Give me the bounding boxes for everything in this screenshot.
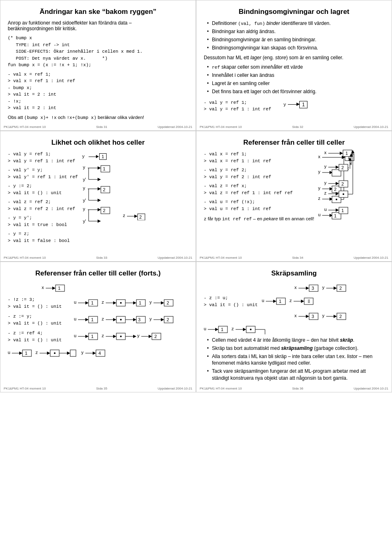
diagram-arrow [288,104,299,105]
slide-1-title: Ändringar kan ske “bakom ryggen” [8,8,188,16]
diag3-4: y 2 y' z 2 [82,205,145,227]
slide-6-diag2-svg: x 3 y 2 [294,310,384,321]
svg-marker-78 [336,182,339,185]
slide-5: Referenser från celler till celler (fort… [0,262,196,392]
svg-marker-8 [98,178,101,181]
slide-5-block2: - z := y; > val it = () : unit u 1 z [8,313,188,327]
slide-3-code: - val y = ref 1; > val y = ref 1 : int r… [8,151,78,244]
svg-text:y: y [324,164,327,169]
svg-text:1: 1 [103,166,105,171]
slide-6-after-svg: u 1 z [204,323,310,334]
svg-text:z: z [232,326,234,331]
svg-text:z: z [324,190,327,195]
svg-marker-206 [215,328,218,331]
slide-6-top-diag: x 3 y 2 [204,282,384,293]
svg-point-163 [54,352,56,354]
svg-text:2: 2 [339,286,342,291]
slide-3-footer-right: Uppdaterad 2004-10-21 [158,256,192,260]
slide-2-diagram: y 1 [283,101,307,108]
svg-text:y: y [322,285,325,290]
svg-marker-65 [340,152,343,155]
bullet-2-1: ref skapar celler som innehåller ett vär… [207,64,384,71]
svg-marker-148 [133,335,136,338]
slide-1-code2: - val x = ref 1; > val x = ref 1 : int r… [8,71,188,112]
svg-marker-151 [149,335,152,338]
svg-text:z: z [102,300,104,305]
slide-2-footer-center: Sida 32 [292,125,303,129]
svg-text:u: u [74,316,76,321]
svg-marker-120 [85,318,89,321]
diagram-y-label: y [283,102,286,107]
slide-6-footer: PK1&PM1 HT-04 moment 10 Sida 36 Uppdater… [196,387,392,390]
slide-1-footer-right: Uppdaterad 2004-10-21 [158,125,192,129]
slide-2-para: Dessutom har ML ett lager (eng. store) s… [204,54,384,61]
slide-2-bottom: - val y = ref 1; > val y = ref 1 : int r… [204,99,384,113]
svg-marker-2 [98,166,101,170]
svg-point-108 [120,302,122,304]
bullet-1-1: Definitioner (val, fun) binder identifie… [207,20,384,27]
slide-1-footer: PK1&PM1 HT-04 moment 10 Sida 31 Uppdater… [0,125,196,129]
svg-text:z: z [290,298,292,303]
slide-5-init-diag: x 1 [8,282,188,294]
svg-marker-161 [47,352,50,355]
slide-5-init-svg: x 1 [41,282,155,294]
diag3-3: y 2 y' [82,184,119,206]
slide-2-bullets1: Definitioner (val, fun) binder identifie… [207,20,384,52]
svg-marker-11 [98,187,101,190]
diag3-3-svg: y 2 y' [82,184,119,206]
svg-marker-91 [336,208,339,212]
svg-text:y: y [81,350,84,355]
slide-5-diag2: u 1 z 3 y [74,313,180,325]
slide-6-footer-right: Uppdaterad 2004-10-21 [354,387,388,390]
svg-text:u: u [204,326,206,331]
svg-text:u: u [324,207,327,212]
svg-text:1: 1 [345,151,348,156]
slide-3-footer-left: PK1&PM1 HT-04 moment 10 [4,256,46,260]
svg-text:y: y [83,165,85,170]
bullet6-2: Skräp tas bort automatiskt med skräpsaml… [207,345,384,352]
svg-point-146 [120,336,122,337]
svg-marker-144 [113,335,116,338]
svg-text:2: 2 [341,165,344,170]
svg-rect-166 [70,350,76,356]
bullet-2-3: Lagret är en samling celler [207,80,384,87]
svg-marker-134 [161,318,164,321]
svg-text:4: 4 [98,351,101,356]
svg-point-127 [120,319,122,320]
svg-text:2: 2 [167,317,169,322]
slide-3: Likhet och olikhet hos celler - val y = … [0,131,196,262]
slide-6-footer-center: Sida 36 [292,387,303,390]
slide-4-footer-center: Sida 34 [292,256,303,260]
slide-2-title: Bindningsomgivningar och lagret [204,8,384,16]
slide-6: Skräpsamling x 3 y 2 - [196,262,392,392]
slide-5-footer-left: PK1&PM1 HT-04 moment 10 [4,387,46,390]
svg-text:y: y [83,186,85,190]
slide-2-bullets2: ref skapar celler som innehåller ett vär… [207,64,384,95]
slide-6-diag2: x 3 y 2 [204,310,384,321]
slide-2: Bindningsomgivningar och lagret Definiti… [196,0,392,131]
slide-5-content: x 1 - !z := 3; > val it = () : unit u [8,282,188,361]
slide-6-footer-left: PK1&PM1 HT-04 moment 10 [200,387,242,390]
slide-2-footer: PK1&PM1 HT-04 moment 10 Sida 32 Uppdater… [196,125,392,129]
svg-text:2: 2 [167,300,169,305]
svg-text:2: 2 [103,208,105,213]
diag3-1: y 1 [82,153,107,160]
svg-text:2: 2 [154,334,157,339]
svg-text:3: 3 [312,314,314,319]
slide-3-diagrams: y 1 y 1 y' [82,151,188,244]
bullet6-1: Cellen med värdet 4 är inte åtkomlig län… [207,337,384,344]
page-grid: Ändringar kan ske “bakom ryggen” Anrop a… [0,0,392,392]
svg-text:z: z [102,333,104,338]
slide-5-final-svg: u 1 z y [8,347,122,361]
slide-4-footer-left: PK1&PM1 HT-04 moment 10 [200,256,242,260]
slide-2-content: Definitioner (val, fun) binder identifie… [204,20,384,113]
svg-marker-174 [306,287,309,290]
svg-text:u: u [318,212,321,217]
svg-point-213 [250,329,252,330]
svg-text:z: z [36,350,38,355]
svg-text:1: 1 [58,286,60,291]
svg-marker-20 [98,208,101,211]
slide-5-block3: - z := ref 4; > val it = () : unit u 1 z [8,330,188,343]
svg-text:y': y' [83,198,86,203]
svg-marker-169 [93,352,96,355]
